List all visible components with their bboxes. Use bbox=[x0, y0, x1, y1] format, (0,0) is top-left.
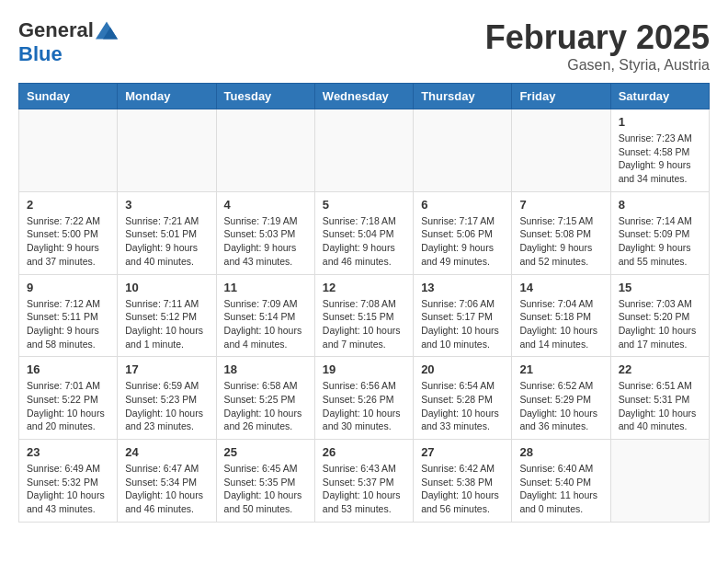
day-number: 8 bbox=[619, 198, 701, 212]
day-number: 6 bbox=[421, 198, 504, 212]
calendar-day-cell bbox=[118, 109, 216, 192]
calendar-day-cell: 17Sunrise: 6:59 AM Sunset: 5:23 PM Dayli… bbox=[118, 357, 216, 440]
day-of-week-header: Saturday bbox=[610, 84, 709, 109]
day-info: Sunrise: 6:45 AM Sunset: 5:35 PM Dayligh… bbox=[224, 462, 307, 516]
calendar-day-cell: 11Sunrise: 7:09 AM Sunset: 5:14 PM Dayli… bbox=[216, 274, 314, 357]
day-number: 10 bbox=[125, 281, 208, 294]
location-subtitle: Gasen, Styria, Austria bbox=[485, 57, 710, 74]
calendar-week-row: 2Sunrise: 7:22 AM Sunset: 5:00 PM Daylig… bbox=[19, 191, 710, 274]
calendar-day-cell: 15Sunrise: 7:03 AM Sunset: 5:20 PM Dayli… bbox=[610, 274, 709, 357]
day-info: Sunrise: 7:17 AM Sunset: 5:06 PM Dayligh… bbox=[421, 214, 504, 269]
day-info: Sunrise: 6:42 AM Sunset: 5:38 PM Dayligh… bbox=[421, 462, 504, 516]
day-info: Sunrise: 6:56 AM Sunset: 5:26 PM Dayligh… bbox=[323, 379, 405, 433]
calendar-day-cell: 19Sunrise: 6:56 AM Sunset: 5:26 PM Dayli… bbox=[314, 357, 413, 440]
day-number: 16 bbox=[27, 362, 109, 376]
calendar-day-cell bbox=[314, 109, 413, 192]
title-section: February 2025 Gasen, Styria, Austria bbox=[485, 18, 710, 74]
calendar-day-cell: 4Sunrise: 7:19 AM Sunset: 5:03 PM Daylig… bbox=[216, 191, 314, 274]
day-info: Sunrise: 7:09 AM Sunset: 5:14 PM Dayligh… bbox=[224, 297, 307, 351]
calendar-day-cell: 20Sunrise: 6:54 AM Sunset: 5:28 PM Dayli… bbox=[414, 357, 512, 440]
calendar-day-cell: 27Sunrise: 6:42 AM Sunset: 5:38 PM Dayli… bbox=[414, 440, 512, 523]
calendar-day-cell: 14Sunrise: 7:04 AM Sunset: 5:18 PM Dayli… bbox=[512, 274, 610, 357]
calendar-day-cell bbox=[216, 109, 314, 192]
calendar-day-cell: 3Sunrise: 7:21 AM Sunset: 5:01 PM Daylig… bbox=[118, 191, 216, 274]
day-info: Sunrise: 7:22 AM Sunset: 5:00 PM Dayligh… bbox=[27, 214, 109, 269]
day-info: Sunrise: 6:54 AM Sunset: 5:28 PM Dayligh… bbox=[421, 379, 504, 433]
calendar-day-cell: 8Sunrise: 7:14 AM Sunset: 5:09 PM Daylig… bbox=[610, 191, 709, 274]
day-info: Sunrise: 7:01 AM Sunset: 5:22 PM Dayligh… bbox=[27, 379, 109, 433]
calendar-day-cell: 2Sunrise: 7:22 AM Sunset: 5:00 PM Daylig… bbox=[19, 191, 118, 274]
day-number: 5 bbox=[323, 198, 405, 212]
day-number: 24 bbox=[125, 445, 208, 459]
day-info: Sunrise: 7:21 AM Sunset: 5:01 PM Dayligh… bbox=[125, 214, 208, 269]
day-number: 27 bbox=[421, 445, 504, 459]
day-number: 12 bbox=[323, 281, 405, 294]
day-info: Sunrise: 6:59 AM Sunset: 5:23 PM Dayligh… bbox=[125, 379, 208, 433]
calendar-day-cell: 13Sunrise: 7:06 AM Sunset: 5:17 PM Dayli… bbox=[414, 274, 512, 357]
day-info: Sunrise: 6:40 AM Sunset: 5:40 PM Dayligh… bbox=[519, 462, 602, 516]
calendar-day-cell: 6Sunrise: 7:17 AM Sunset: 5:06 PM Daylig… bbox=[414, 191, 512, 274]
logo-blue-text: Blue bbox=[18, 42, 63, 66]
day-number: 13 bbox=[421, 281, 504, 294]
day-info: Sunrise: 7:18 AM Sunset: 5:04 PM Dayligh… bbox=[323, 214, 405, 269]
calendar-table: SundayMondayTuesdayWednesdayThursdayFrid… bbox=[18, 83, 710, 523]
calendar-week-row: 9Sunrise: 7:12 AM Sunset: 5:11 PM Daylig… bbox=[19, 274, 710, 357]
calendar-header-row: SundayMondayTuesdayWednesdayThursdayFrid… bbox=[19, 84, 710, 109]
day-info: Sunrise: 6:47 AM Sunset: 5:34 PM Dayligh… bbox=[125, 462, 208, 516]
calendar-week-row: 16Sunrise: 7:01 AM Sunset: 5:22 PM Dayli… bbox=[19, 357, 710, 440]
day-number: 20 bbox=[421, 362, 504, 376]
day-number: 11 bbox=[224, 281, 307, 294]
calendar-day-cell bbox=[19, 109, 118, 192]
calendar-day-cell: 1Sunrise: 7:23 AM Sunset: 4:58 PM Daylig… bbox=[610, 109, 709, 192]
calendar-day-cell: 16Sunrise: 7:01 AM Sunset: 5:22 PM Dayli… bbox=[19, 357, 118, 440]
logo: General Blue bbox=[18, 18, 118, 66]
day-number: 17 bbox=[125, 362, 208, 376]
calendar-week-row: 1Sunrise: 7:23 AM Sunset: 4:58 PM Daylig… bbox=[19, 109, 710, 192]
day-number: 18 bbox=[224, 362, 307, 376]
day-of-week-header: Friday bbox=[512, 84, 610, 109]
calendar-day-cell: 26Sunrise: 6:43 AM Sunset: 5:37 PM Dayli… bbox=[314, 440, 413, 523]
day-of-week-header: Sunday bbox=[19, 84, 118, 109]
calendar-day-cell: 21Sunrise: 6:52 AM Sunset: 5:29 PM Dayli… bbox=[512, 357, 610, 440]
day-number: 19 bbox=[323, 362, 405, 376]
calendar-day-cell: 28Sunrise: 6:40 AM Sunset: 5:40 PM Dayli… bbox=[512, 440, 610, 523]
day-number: 9 bbox=[27, 281, 109, 294]
day-of-week-header: Monday bbox=[118, 84, 216, 109]
calendar-week-row: 23Sunrise: 6:49 AM Sunset: 5:32 PM Dayli… bbox=[19, 440, 710, 523]
day-info: Sunrise: 7:15 AM Sunset: 5:08 PM Dayligh… bbox=[519, 214, 602, 269]
day-number: 14 bbox=[519, 281, 602, 294]
calendar-day-cell: 9Sunrise: 7:12 AM Sunset: 5:11 PM Daylig… bbox=[19, 274, 118, 357]
day-info: Sunrise: 7:14 AM Sunset: 5:09 PM Dayligh… bbox=[619, 214, 701, 269]
day-number: 3 bbox=[125, 198, 208, 212]
month-year-title: February 2025 bbox=[485, 18, 710, 57]
calendar-day-cell: 7Sunrise: 7:15 AM Sunset: 5:08 PM Daylig… bbox=[512, 191, 610, 274]
calendar-day-cell: 22Sunrise: 6:51 AM Sunset: 5:31 PM Dayli… bbox=[610, 357, 709, 440]
logo-icon bbox=[96, 21, 118, 40]
day-info: Sunrise: 6:52 AM Sunset: 5:29 PM Dayligh… bbox=[519, 379, 602, 433]
day-info: Sunrise: 6:51 AM Sunset: 5:31 PM Dayligh… bbox=[619, 379, 701, 433]
day-number: 1 bbox=[619, 115, 701, 129]
calendar-day-cell: 10Sunrise: 7:11 AM Sunset: 5:12 PM Dayli… bbox=[118, 274, 216, 357]
day-info: Sunrise: 6:58 AM Sunset: 5:25 PM Dayligh… bbox=[224, 379, 307, 433]
day-number: 28 bbox=[519, 445, 602, 459]
calendar-day-cell bbox=[610, 440, 709, 523]
day-number: 2 bbox=[27, 198, 109, 212]
day-number: 21 bbox=[519, 362, 602, 376]
day-info: Sunrise: 7:11 AM Sunset: 5:12 PM Dayligh… bbox=[125, 297, 208, 351]
calendar-day-cell: 5Sunrise: 7:18 AM Sunset: 5:04 PM Daylig… bbox=[314, 191, 413, 274]
day-number: 7 bbox=[519, 198, 602, 212]
calendar-day-cell: 25Sunrise: 6:45 AM Sunset: 5:35 PM Dayli… bbox=[216, 440, 314, 523]
day-info: Sunrise: 6:49 AM Sunset: 5:32 PM Dayligh… bbox=[27, 462, 109, 516]
calendar-day-cell bbox=[414, 109, 512, 192]
day-info: Sunrise: 6:43 AM Sunset: 5:37 PM Dayligh… bbox=[323, 462, 405, 516]
calendar-day-cell: 12Sunrise: 7:08 AM Sunset: 5:15 PM Dayli… bbox=[314, 274, 413, 357]
calendar-day-cell: 18Sunrise: 6:58 AM Sunset: 5:25 PM Dayli… bbox=[216, 357, 314, 440]
logo-general-text: General bbox=[18, 18, 94, 42]
calendar-day-cell: 23Sunrise: 6:49 AM Sunset: 5:32 PM Dayli… bbox=[19, 440, 118, 523]
day-of-week-header: Wednesday bbox=[314, 84, 413, 109]
day-info: Sunrise: 7:08 AM Sunset: 5:15 PM Dayligh… bbox=[323, 297, 405, 351]
day-of-week-header: Thursday bbox=[414, 84, 512, 109]
day-info: Sunrise: 7:06 AM Sunset: 5:17 PM Dayligh… bbox=[421, 297, 504, 351]
day-number: 23 bbox=[27, 445, 109, 459]
day-info: Sunrise: 7:04 AM Sunset: 5:18 PM Dayligh… bbox=[519, 297, 602, 351]
